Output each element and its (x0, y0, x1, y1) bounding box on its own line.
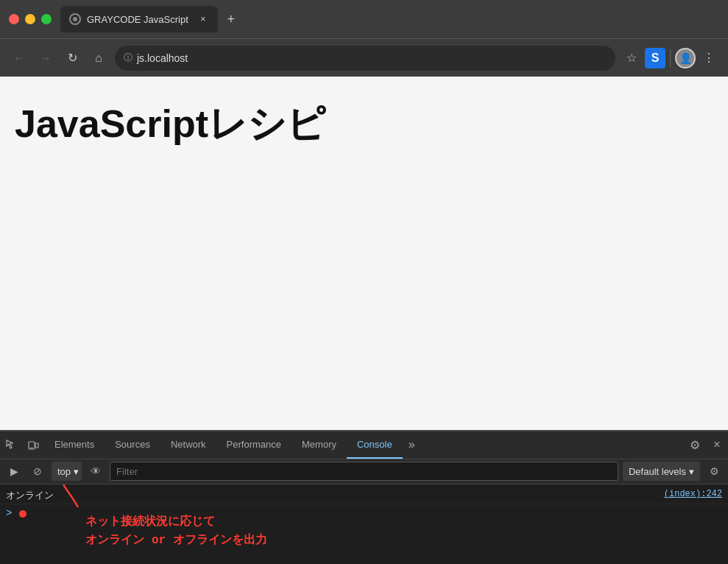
red-dot-indicator (19, 510, 26, 518)
tab-console[interactable]: Console (347, 431, 403, 459)
execute-button[interactable]: ▶ (4, 462, 24, 481)
gear-icon: ⚙ (710, 465, 719, 477)
toolbar-divider (670, 49, 671, 67)
filter-input[interactable] (110, 462, 618, 481)
avatar-icon: 👤 (679, 52, 692, 64)
devtools-close-button[interactable]: × (706, 431, 728, 459)
profile-button[interactable]: 👤 (675, 48, 696, 68)
maximize-button[interactable] (41, 14, 52, 24)
annotation-text: ネット接続状況に応じて オンライン or オフラインを出力 (85, 513, 266, 551)
traffic-lights (9, 14, 52, 24)
tab-close-button[interactable]: × (197, 13, 209, 25)
close-button[interactable] (9, 14, 19, 24)
run-icon: ▶ (10, 465, 18, 477)
console-online-row: オンライン (index):242 (0, 487, 728, 504)
context-label: top (57, 466, 71, 477)
address-text: js.localhost (137, 52, 188, 64)
tab-sources[interactable]: Sources (105, 431, 160, 459)
file-reference-link[interactable]: (index):242 (664, 489, 722, 499)
eye-icon: 👁 (91, 465, 101, 477)
page-heading: JavaScriptレシピ (15, 99, 713, 150)
context-arrow-icon: ▾ (74, 466, 79, 477)
forward-button[interactable]: → (35, 48, 56, 68)
devtools-end-buttons: ⚙ × (684, 431, 728, 459)
console-settings-button[interactable]: ⚙ (704, 462, 724, 481)
console-toolbar: ▶ ⊘ top ▾ 👁 Default levels ▾ ⚙ (0, 459, 728, 484)
tab-network[interactable]: Network (160, 431, 216, 459)
levels-arrow-icon: ▾ (689, 466, 694, 477)
console-output-text: オンライン (6, 489, 54, 502)
nav-actions: ☆ S 👤 ⋮ (621, 48, 719, 68)
page-content: JavaScriptレシピ (0, 77, 728, 430)
tab-favicon (69, 13, 81, 25)
nav-bar: ← → ↻ ⌂ ⓘ js.localhost ☆ S 👤 ⋮ (0, 38, 728, 77)
extension-icon: S (651, 52, 660, 65)
reload-button[interactable]: ↻ (62, 48, 82, 68)
minimize-button[interactable] (25, 14, 35, 24)
more-button[interactable]: ⋮ (699, 48, 719, 68)
annotation-arrow (56, 484, 100, 507)
context-selector[interactable]: top ▾ (52, 462, 82, 481)
eye-button[interactable]: 👁 (86, 462, 105, 481)
levels-label: Default levels (629, 466, 686, 477)
tab-bar: GRAYCODE JavaScript × + (60, 6, 719, 32)
default-levels-button[interactable]: Default levels ▾ (623, 462, 700, 481)
title-bar: GRAYCODE JavaScript × + (0, 0, 728, 38)
inspect-element-button[interactable] (0, 431, 22, 459)
console-caret-icon: > (6, 507, 12, 519)
star-button[interactable]: ☆ (621, 48, 642, 68)
back-button[interactable]: ← (9, 48, 29, 68)
browser-tab[interactable]: GRAYCODE JavaScript × (60, 6, 218, 32)
close-icon: × (713, 438, 720, 451)
new-tab-button[interactable]: + (221, 9, 241, 29)
tab-memory[interactable]: Memory (291, 431, 347, 459)
console-output: オンライン (index):242 > ネット接続状況に応じて オンライン or… (0, 484, 728, 564)
block-icon-button[interactable]: ⊘ (28, 462, 47, 481)
console-input-row: > ネット接続状況に応じて オンライン or オフラインを出力 (0, 504, 728, 561)
device-toolbar-button[interactable] (22, 431, 44, 459)
devtools-toolbar: Elements Sources Network Performance Mem… (0, 431, 728, 459)
address-bar[interactable]: ⓘ js.localhost (115, 46, 615, 71)
devtools-settings-button[interactable]: ⚙ (684, 431, 706, 459)
settings-icon: ⚙ (690, 438, 700, 452)
extension-button[interactable]: S (645, 48, 665, 68)
devtools-tabs: Elements Sources Network Performance Mem… (44, 431, 684, 459)
tab-title: GRAYCODE JavaScript (87, 14, 188, 25)
devtools-panel: Elements Sources Network Performance Mem… (0, 430, 728, 564)
tab-performance[interactable]: Performance (216, 431, 291, 459)
more-tabs-button[interactable]: » (403, 431, 421, 459)
lock-icon: ⓘ (124, 52, 132, 64)
tab-elements[interactable]: Elements (44, 431, 105, 459)
home-button[interactable]: ⌂ (88, 48, 109, 68)
annotation-area: ネット接続状況に応じて オンライン or オフラインを出力 (34, 507, 281, 558)
svg-rect-1 (35, 443, 38, 448)
block-icon: ⊘ (33, 465, 42, 477)
